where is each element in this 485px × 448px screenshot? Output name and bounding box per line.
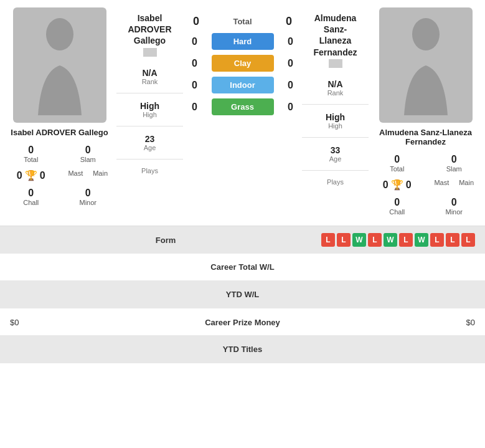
hard-score-left: 0 [187, 36, 202, 47]
player1-flag [143, 48, 157, 57]
clay-score-left: 0 [187, 58, 202, 69]
player1-total: 0 Total [5, 142, 57, 166]
player1-rank: N/A Rank [142, 68, 158, 85]
main-container: Isabel ADROVER Gallego 0 Total 0 Slam 0 … [0, 0, 485, 448]
career-total-row: Career Total W/L [0, 254, 485, 281]
ytd-wl-label: YTD W/L [226, 290, 259, 299]
form-badge: L [446, 233, 459, 247]
player2-rank: N/A Rank [327, 79, 344, 97]
grass-score-left: 0 [187, 102, 202, 113]
player1-mast-label: Mast Main [62, 167, 115, 184]
career-prize-right: $0 [320, 317, 475, 328]
player1-high: High High [140, 101, 159, 118]
career-prize-left-value: $0 [10, 318, 19, 327]
player2-inner-stats: Almudena Sanz-Llaneza Fernandez N/A Rank… [299, 7, 371, 218]
ytd-titles-row: YTD Titles [0, 336, 485, 363]
total-score-right: 0 [280, 15, 298, 28]
svg-point-0 [46, 18, 73, 50]
trophy-icon-1: 🏆 [25, 169, 37, 181]
player1-name: Isabel ADROVER Gallego [11, 128, 108, 137]
career-prize-right-value: $0 [466, 318, 475, 327]
player2-age: 33 Age [329, 145, 342, 163]
total-label: Total [233, 17, 252, 26]
clay-score-right: 0 [283, 58, 298, 69]
clay-button[interactable]: Clay [212, 55, 274, 72]
form-badge: W [384, 233, 397, 247]
ytd-wl-row: YTD W/L [0, 281, 485, 308]
player2-mast-label: Mast Main [428, 176, 481, 193]
career-prize-left: $0 [10, 317, 165, 328]
bottom-section: Form LLWLWLWLLL Career Total W/L YTD W/L… [0, 226, 485, 363]
form-badge: L [337, 233, 351, 247]
form-label: Form [156, 236, 176, 245]
player2-stats: 0 Total 0 Slam 0 🏆 0 Mast Main [371, 151, 480, 218]
player1-plays: Plays [141, 167, 158, 174]
career-prize-row: $0 Career Prize Money $0 [0, 308, 485, 336]
indoor-button[interactable]: Indoor [212, 77, 274, 93]
center-court-section: 0 Total 0 0 Hard 0 0 Clay 0 0 Indoor 0 [186, 7, 299, 218]
player1-silhouette [13, 7, 106, 123]
total-score-left: 0 [187, 15, 205, 28]
player2-high: High High [326, 112, 345, 130]
clay-row: 0 Clay 0 [187, 55, 298, 72]
grass-row: 0 Grass 0 [187, 98, 298, 115]
grass-button[interactable]: Grass [212, 98, 274, 115]
form-badge: L [368, 233, 382, 247]
hard-row: 0 Hard 0 [187, 33, 298, 50]
hard-button[interactable]: Hard [212, 33, 274, 50]
player1-card: Isabel ADROVER Gallego 0 Total 0 Slam 0 … [5, 7, 114, 218]
player2-slam: 0 Slam [428, 151, 481, 175]
player2-chall: 0 Chall [371, 194, 423, 218]
player2-header-name: Almudena Sanz-Llaneza Fernandez [302, 12, 369, 58]
form-badge: W [415, 233, 428, 247]
player2-flag [329, 59, 342, 68]
form-label-container: Form [10, 234, 321, 245]
player2-card: Almudena Sanz-Llaneza Fernandez 0 Total … [371, 7, 480, 218]
player2-total: 0 Total [371, 151, 423, 175]
form-badge: L [399, 233, 413, 247]
player1-stats: 0 Total 0 Slam 0 🏆 0 Mast Main [5, 142, 114, 209]
hard-score-right: 0 [283, 36, 298, 47]
trophy-icon-2: 🏆 [391, 179, 403, 191]
form-row: Form LLWLWLWLLL [0, 226, 485, 254]
form-badges: LLWLWLWLLL [321, 233, 475, 247]
form-badge: W [352, 233, 366, 247]
indoor-row: 0 Indoor 0 [187, 77, 298, 93]
form-badge: L [321, 233, 335, 247]
player1-age: 23 Age [144, 134, 156, 151]
player2-minor: 0 Minor [428, 194, 481, 218]
indoor-score-right: 0 [283, 80, 298, 91]
player1-chall: 0 Chall [5, 185, 57, 209]
indoor-score-left: 0 [187, 80, 202, 91]
svg-point-1 [412, 18, 440, 50]
player2-mast: 0 🏆 0 [371, 176, 423, 193]
player2-plays: Plays [327, 178, 344, 186]
career-prize-center: Career Prize Money [165, 317, 320, 328]
form-badge: L [461, 233, 475, 247]
form-badge: L [430, 233, 444, 247]
grass-score-right: 0 [283, 102, 298, 113]
player1-avatar [13, 7, 106, 123]
player2-silhouette [379, 7, 473, 123]
player2-avatar [379, 7, 473, 123]
total-row: 0 Total 0 [187, 10, 298, 33]
player1-inner-stats: Isabel ADROVERGallego N/A Rank High High… [114, 7, 186, 218]
career-prize-label: Career Prize Money [205, 318, 280, 327]
player1-slam: 0 Slam [62, 142, 115, 166]
career-total-label: Career Total W/L [210, 262, 274, 272]
player1-mast: 0 🏆 0 [5, 167, 57, 184]
player2-name: Almudena Sanz-Llaneza Fernandez [371, 128, 480, 146]
players-section: Isabel ADROVER Gallego 0 Total 0 Slam 0 … [0, 0, 485, 226]
player1-header-name: Isabel ADROVERGallego [116, 12, 183, 47]
player1-minor: 0 Minor [62, 185, 115, 209]
ytd-titles-label: YTD Titles [223, 345, 262, 354]
